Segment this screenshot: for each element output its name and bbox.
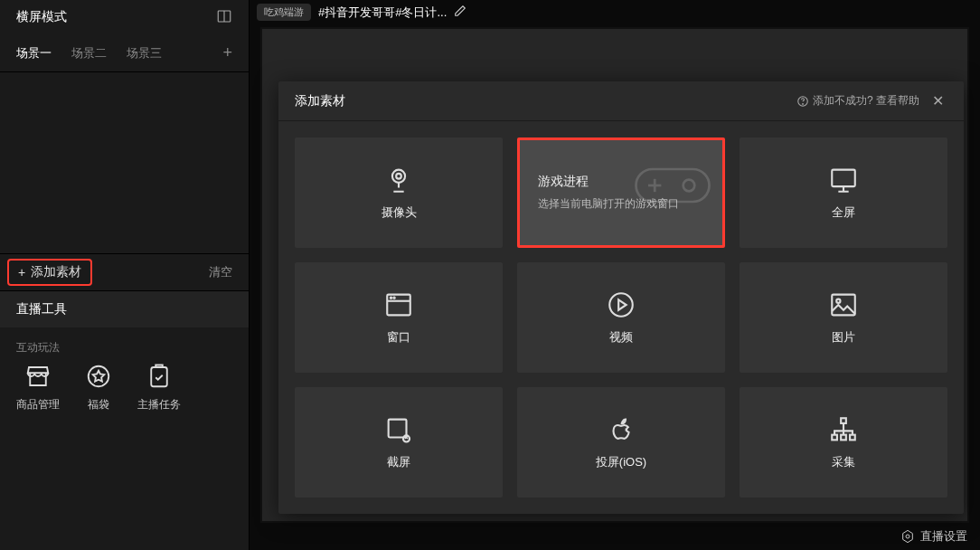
cell-label: 截屏 (387, 454, 410, 470)
cell-label: 视频 (609, 329, 633, 346)
cell-label: 摄像头 (382, 204, 417, 221)
svg-rect-3 (151, 367, 167, 386)
cell-label: 采集 (832, 454, 855, 470)
cell-window[interactable]: 窗口 (295, 262, 503, 373)
shop-icon (24, 363, 52, 390)
svg-point-19 (609, 293, 633, 317)
modal-header-right: 添加不成功? 查看帮助 ✕ (796, 89, 947, 113)
cell-label: 全屏 (832, 204, 855, 221)
cell-label: 窗口 (387, 329, 410, 346)
add-material-modal: 添加素材 添加不成功? 查看帮助 ✕ 摄像头 游戏进程 选择当前电脑打开的游戏窗… (278, 81, 964, 514)
add-material-button[interactable]: + 添加素材 (7, 259, 92, 286)
modal-title: 添加素材 (295, 93, 345, 109)
cell-screenshot[interactable]: 截屏 (295, 387, 503, 498)
svg-rect-24 (841, 418, 846, 423)
edit-icon[interactable] (454, 5, 466, 20)
live-settings-label: 直播设置 (920, 528, 967, 545)
screen-mode-row: 横屏模式 (0, 0, 249, 34)
category-badge: 吃鸡端游 (257, 4, 311, 21)
clear-button[interactable]: 清空 (209, 264, 232, 280)
svg-point-23 (403, 435, 410, 441)
svg-point-18 (393, 298, 394, 299)
svg-point-7 (803, 103, 804, 104)
scene-body (0, 72, 249, 253)
svg-point-21 (836, 299, 840, 303)
camera-icon (383, 165, 414, 195)
clipboard-icon (146, 363, 173, 390)
cell-fullscreen[interactable]: 全屏 (740, 138, 947, 248)
svg-marker-4 (903, 530, 913, 542)
svg-point-17 (391, 298, 391, 299)
help-text: 添加不成功? 查看帮助 (813, 93, 919, 109)
sidebar: 横屏模式 场景一 场景二 场景三 + + 添加素材 清空 直播工具 互动玩法 商… (0, 0, 250, 550)
image-icon (828, 289, 859, 320)
tool-anchor-task[interactable]: 主播任务 (137, 363, 181, 412)
svg-point-5 (906, 535, 909, 538)
apple-icon (606, 414, 636, 445)
scene-tab-1[interactable]: 场景一 (16, 45, 52, 62)
star-circle-icon (85, 363, 112, 390)
add-scene-button[interactable]: + (222, 43, 232, 62)
svg-rect-25 (832, 435, 837, 441)
svg-rect-14 (832, 170, 855, 186)
svg-rect-26 (841, 435, 846, 441)
tool-product-manage[interactable]: 商品管理 (16, 363, 60, 412)
modal-header: 添加素材 添加不成功? 查看帮助 ✕ (278, 81, 964, 121)
svg-rect-22 (389, 420, 407, 438)
live-settings-button[interactable]: 直播设置 (900, 528, 967, 545)
gear-icon (900, 529, 915, 544)
material-row: + 添加素材 清空 (0, 253, 249, 291)
window-icon (383, 289, 414, 320)
stream-title-row[interactable]: 吃鸡端游 #抖音开发哥哥#冬日计... (257, 4, 466, 21)
screen-mode-label: 横屏模式 (16, 9, 67, 25)
question-icon (796, 95, 809, 108)
monitor-icon (828, 165, 859, 195)
tool-label: 主播任务 (137, 397, 181, 412)
cell-camera[interactable]: 摄像头 (295, 138, 503, 248)
play-circle-icon (606, 289, 636, 320)
material-grid: 摄像头 游戏进程 选择当前电脑打开的游戏窗口 全屏 窗口 视频 图片 截屏 (278, 121, 964, 514)
cell-cast-ios[interactable]: 投屏(iOS) (517, 387, 725, 498)
stream-title: #抖音开发哥哥#冬日计... (318, 5, 447, 21)
tool-lucky-bag[interactable]: 福袋 (85, 363, 112, 412)
tool-label: 福袋 (88, 397, 109, 412)
cell-capture[interactable]: 采集 (740, 387, 947, 498)
cell-label: 投屏(iOS) (596, 454, 646, 470)
help-link[interactable]: 添加不成功? 查看帮助 (796, 93, 919, 109)
close-icon[interactable]: ✕ (928, 89, 947, 113)
svg-rect-27 (850, 435, 855, 441)
cell-video[interactable]: 视频 (517, 262, 725, 373)
tool-label: 商品管理 (16, 397, 60, 412)
cell-label: 游戏进程 (538, 174, 589, 190)
svg-rect-10 (636, 169, 710, 202)
hierarchy-icon (828, 414, 859, 445)
gamepad-icon (632, 158, 713, 216)
crop-icon (383, 414, 414, 445)
interaction-label: 互动玩法 (0, 327, 249, 363)
scene-tab-3[interactable]: 场景三 (127, 45, 162, 62)
svg-rect-20 (832, 295, 855, 316)
tool-icons: 商品管理 福袋 主播任务 (0, 363, 249, 412)
split-icon[interactable] (216, 8, 232, 27)
svg-point-9 (396, 174, 401, 179)
scene-tab-2[interactable]: 场景二 (71, 45, 107, 62)
plus-icon: + (18, 265, 25, 280)
add-material-label: 添加素材 (31, 264, 81, 280)
scene-tabs: 场景一 场景二 场景三 + (0, 34, 249, 72)
cell-label: 图片 (832, 329, 855, 346)
live-tools-header: 直播工具 (0, 291, 249, 327)
cell-game-process[interactable]: 游戏进程 选择当前电脑打开的游戏窗口 (517, 138, 725, 248)
svg-point-8 (392, 170, 405, 183)
cell-image[interactable]: 图片 (740, 262, 947, 373)
svg-point-13 (683, 180, 695, 192)
